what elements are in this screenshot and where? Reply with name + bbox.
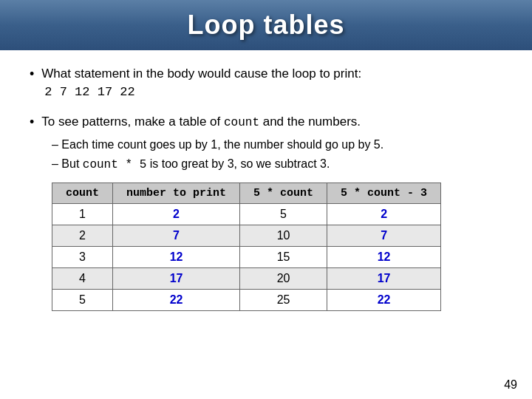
- table-cell: 4: [52, 267, 113, 289]
- bullet-section-2: • To see patterns, make a table of count…: [30, 113, 502, 311]
- table-cell: 5: [240, 203, 327, 225]
- table-row: 5222522: [52, 289, 441, 310]
- bullet-item-1: • What statement in the body would cause…: [30, 65, 502, 101]
- col-header-count: count: [52, 183, 113, 203]
- bullet-text-1: What statement in the body would cause t…: [41, 65, 361, 101]
- col-header-5-count-minus-3: 5 * count - 3: [327, 183, 441, 203]
- table-cell: 10: [240, 225, 327, 246]
- table-cell: 12: [327, 246, 441, 267]
- bullet-text-2: To see patterns, make a table of count a…: [41, 113, 361, 131]
- table-cell: 15: [240, 246, 327, 267]
- table-cell: 17: [327, 267, 441, 289]
- table-row: 27107: [52, 225, 441, 246]
- page-title: Loop tables: [187, 10, 344, 41]
- sub-bullets: Each time count goes up by 1, the number…: [52, 136, 502, 174]
- table-cell: 2: [113, 203, 240, 225]
- sub-bullet-1: Each time count goes up by 1, the number…: [52, 136, 502, 154]
- code-sequence: 2 7 12 17 22: [44, 85, 134, 99]
- bullet-dot-1: •: [30, 65, 34, 83]
- col-header-number-to-print: number to print: [113, 183, 240, 203]
- col-header-5-count: 5 * count: [240, 183, 327, 203]
- table-cell: 12: [113, 246, 240, 267]
- table-cell: 17: [113, 267, 240, 289]
- table-row: 1252: [52, 203, 441, 225]
- table-cell: 22: [113, 289, 240, 310]
- bullet-dot-2: •: [30, 113, 34, 132]
- table-header-row: count number to print 5 * count 5 * coun…: [52, 183, 441, 203]
- table-cell: 1: [52, 203, 113, 225]
- count-times-5-code: count * 5: [83, 158, 146, 171]
- table-cell: 25: [240, 289, 327, 310]
- table-container: count number to print 5 * count 5 * coun…: [52, 183, 502, 311]
- table-cell: 3: [52, 246, 113, 267]
- bullet-item-2: • To see patterns, make a table of count…: [30, 113, 502, 132]
- bullet-section-1: • What statement in the body would cause…: [30, 65, 502, 101]
- loop-table: count number to print 5 * count 5 * coun…: [52, 183, 441, 311]
- count-code-inline: count: [224, 116, 259, 129]
- table-cell: 22: [327, 289, 441, 310]
- table-cell: 7: [113, 225, 240, 246]
- table-cell: 5: [52, 289, 113, 310]
- table-cell: 2: [52, 225, 113, 246]
- table-cell: 2: [327, 203, 441, 225]
- title-bar: Loop tables: [0, 0, 532, 50]
- sub-bullet-2: But count * 5 is too great by 3, so we s…: [52, 155, 502, 174]
- table-row: 3121512: [52, 246, 441, 267]
- page-number: 49: [504, 378, 517, 392]
- table-cell: 20: [240, 267, 327, 289]
- table-cell: 7: [327, 225, 441, 246]
- main-content: • What statement in the body would cause…: [0, 50, 532, 330]
- table-row: 4172017: [52, 267, 441, 289]
